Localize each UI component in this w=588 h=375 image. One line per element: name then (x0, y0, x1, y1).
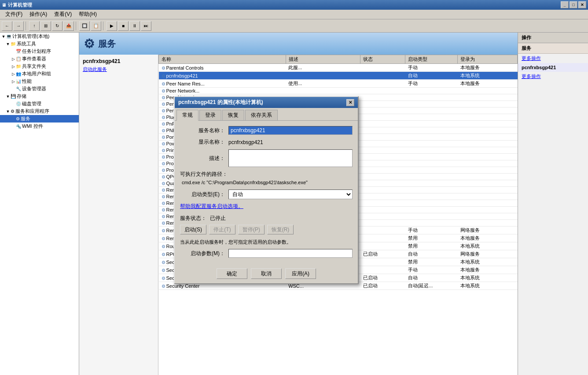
ok-btn[interactable]: 确定 (217, 268, 247, 279)
dialog-close-btn[interactable]: ✕ (346, 99, 354, 106)
tab-general[interactable]: 常规 (176, 110, 198, 121)
cancel-btn[interactable]: 取消 (251, 268, 282, 279)
desc-label: 描述： (180, 155, 228, 162)
display-name-label: 显示名称： (180, 138, 228, 146)
pause-btn[interactable]: 暂停(P) (238, 225, 265, 234)
status-label: 服务状态： (180, 215, 206, 222)
service-status-section: 服务状态： 已停止 启动(S) 停止(T) 暂停(P) 恢复(R) (180, 215, 353, 234)
desc-row: 描述： (180, 149, 353, 167)
stop-btn[interactable]: 停止(T) (209, 225, 235, 234)
startup-type-select[interactable]: 自动 自动(延迟启动) 手动 禁用 (228, 189, 353, 199)
dialog-footer: 确定 取消 应用(A) (175, 265, 358, 283)
display-name-value: pcnfrxbsgp421 (228, 139, 353, 145)
status-value: 已停止 (210, 215, 226, 222)
help-link[interactable]: 帮助我配置服务启动选项。 (180, 203, 353, 210)
tab-dependencies[interactable]: 依存关系 (245, 110, 278, 120)
properties-dialog: pcnfrxbsgp421 的属性(本地计算机) ✕ 常规 登录 恢复 依存关系… (174, 96, 359, 284)
apply-btn[interactable]: 应用(A) (285, 268, 316, 279)
exec-path-label: 可执行文件的路径： (180, 171, 353, 178)
desc-input[interactable] (228, 149, 353, 167)
startup-type-row: 启动类型(E)： 自动 自动(延迟启动) 手动 禁用 (180, 189, 353, 199)
dialog-content: 服务名称： 显示名称： pcnfrxbsgp421 描述： 可执行文件的路径： … (175, 120, 358, 265)
service-name-label: 服务名称： (180, 127, 228, 134)
tab-recovery[interactable]: 恢复 (222, 110, 244, 120)
service-control-buttons: 启动(S) 停止(T) 暂停(P) 恢复(R) (180, 225, 353, 234)
dialog-title-bar: pcnfrxbsgp421 的属性(本地计算机) ✕ (175, 97, 358, 108)
status-line: 服务状态： 已停止 (180, 215, 353, 222)
params-label: 启动参数(M)： (180, 250, 228, 257)
tab-login[interactable]: 登录 (199, 110, 221, 120)
note-text: 当从此处启动服务时，您可指定所适用的启动参数。 (180, 239, 353, 245)
exec-path-row: 可执行文件的路径： cmd.exe /c "C:\ProgramData\pcn… (180, 171, 353, 186)
display-name-row: 显示名称： pcnfrxbsgp421 (180, 138, 353, 146)
service-name-input[interactable] (228, 126, 353, 135)
dialog-overlay: pcnfrxbsgp421 的属性(本地计算机) ✕ 常规 登录 恢复 依存关系… (0, 0, 588, 375)
resume-btn[interactable]: 恢复(R) (267, 225, 294, 234)
exec-path-value: cmd.exe /c "C:\ProgramData\pcnfrxbsgp421… (180, 179, 353, 186)
dialog-tabs: 常规 登录 恢复 依存关系 (175, 108, 358, 120)
start-btn[interactable]: 启动(S) (180, 225, 206, 234)
params-row: 启动参数(M)： (180, 249, 353, 258)
service-name-row: 服务名称： (180, 126, 353, 135)
dialog-title-text: pcnfrxbsgp421 的属性(本地计算机) (178, 99, 263, 106)
params-input[interactable] (228, 249, 353, 258)
startup-type-label: 启动类型(E)： (180, 191, 228, 198)
